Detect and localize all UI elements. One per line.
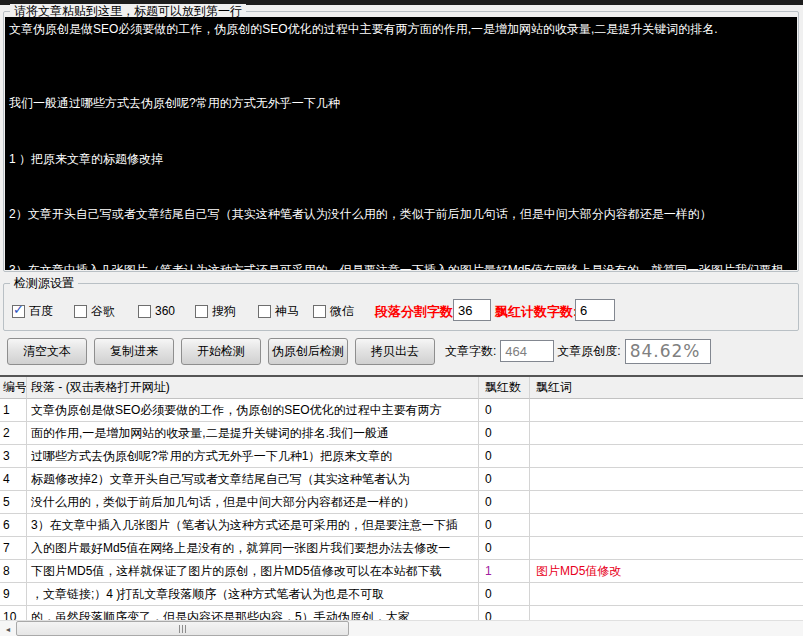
paragraph-cell: 文章伪原创是做SEO必须要做的工作，伪原创的SEO优化的过程中主要有两方: [27, 399, 479, 422]
checkbox-unchecked-icon[interactable]: [313, 305, 326, 318]
paragraph-cell: ，文章链接;）4 )打乱文章段落顺序（这种方式笔者认为也是不可取: [27, 583, 479, 606]
originality-label: 文章原创度:: [557, 343, 620, 360]
paragraph-cell: 3）在文章中插入几张图片（笔者认为这种方式还是可采用的，但是要注意一下插: [27, 514, 479, 537]
row-number-cell: 1: [0, 399, 27, 422]
red-word-cell: [530, 422, 803, 445]
paragraph-split-input[interactable]: [453, 299, 491, 321]
red-count-cell: 0: [479, 583, 530, 606]
source-checkbox-label: 谷歌: [91, 303, 115, 320]
scroll-left-button[interactable]: ◄: [0, 621, 16, 636]
red-word-cell: [530, 399, 803, 422]
word-count-field[interactable]: [500, 340, 554, 362]
source-checkbox-2[interactable]: 谷歌: [74, 303, 115, 319]
paragraph-cell: 面的作用,一是增加网站的收录量,二是提升关键词的排名.我们一般通: [27, 422, 479, 445]
scroll-left-icon: ◄: [5, 626, 12, 633]
row-number-cell: 7: [0, 537, 27, 560]
copy-out-button[interactable]: 拷贝出去: [355, 338, 435, 365]
word-count-label: 文章字数:: [445, 343, 496, 360]
horizontal-scrollbar[interactable]: ◄: [0, 620, 803, 636]
red-word-cell: [530, 491, 803, 514]
table-row[interactable]: 9，文章链接;）4 )打乱文章段落顺序（这种方式笔者认为也是不可取0: [0, 583, 803, 606]
table-row[interactable]: 3过哪些方式去伪原创呢?常用的方式无外乎一下几种1）把原来文章的0: [0, 445, 803, 468]
source-checkbox-label: 神马: [275, 303, 299, 320]
source-checkbox-6[interactable]: 微信: [313, 303, 354, 319]
row-number-cell: 6: [0, 514, 27, 537]
table-row[interactable]: 8下图片MD5值，这样就保证了图片的原创，图片MD5值修改可以在本站都下载1图片…: [0, 560, 803, 583]
row-number-cell: 2: [0, 422, 27, 445]
red-word-cell: 图片MD5值修改: [530, 560, 803, 583]
table-row[interactable]: 63）在文章中插入几张图片（笔者认为这种方式还是可采用的，但是要注意一下插0: [0, 514, 803, 537]
source-checkbox-5[interactable]: 神马: [258, 303, 299, 319]
table-row[interactable]: 2面的作用,一是增加网站的收录量,二是提升关键词的排名.我们一般通0: [0, 422, 803, 445]
red-count-label: 飘红计数字数:: [495, 303, 577, 321]
paragraph-split-label: 段落分割字数:: [375, 303, 457, 321]
paragraph-cell: 过哪些方式去伪原创呢?常用的方式无外乎一下几种1）把原来文章的: [27, 445, 479, 468]
paste-group-label: 请将文章粘贴到这里，标题可以放到第一行: [10, 4, 246, 18]
source-checkbox-label: 360: [155, 304, 175, 318]
red-count-cell: 0: [479, 399, 530, 422]
column-header-1[interactable]: 编号: [0, 377, 27, 399]
checkbox-checked-icon[interactable]: ✓: [12, 305, 25, 318]
copy-in-button[interactable]: 复制进来: [94, 338, 174, 365]
row-number-cell: 5: [0, 491, 27, 514]
paragraph-cell: 入的图片最好Md5值在网络上是没有的，就算同一张图片我们要想办法去修改一: [27, 537, 479, 560]
settings-group-label: 检测源设置: [10, 276, 78, 290]
paste-group: 请将文章粘贴到这里，标题可以放到第一行 文章伪原创是做SEO必须要做的工作，伪原…: [3, 11, 799, 272]
red-count-cell: 0: [479, 468, 530, 491]
red-word-cell: [530, 468, 803, 491]
source-checkbox-1[interactable]: ✓百度: [12, 303, 53, 319]
red-count-input[interactable]: [575, 299, 615, 321]
scrollbar-grip-icon: [179, 625, 187, 633]
paragraph-cell: 标题修改掉2）文章开头自己写或者文章结尾自己写（其实这种笔者认为: [27, 468, 479, 491]
settings-group: 检测源设置 ✓百度谷歌360搜狗神马微信 段落分割字数: 飘红计数字数:: [3, 283, 799, 331]
row-number-cell: 8: [0, 560, 27, 583]
checkbox-unchecked-icon[interactable]: [258, 305, 271, 318]
check-icon: ✓: [13, 302, 24, 317]
scrollbar-thumb[interactable]: [16, 621, 349, 636]
source-checkbox-4[interactable]: 搜狗: [195, 303, 236, 319]
red-count-cell: 0: [479, 422, 530, 445]
red-count-cell: 1: [479, 560, 530, 583]
table-row[interactable]: 5没什么用的，类似于前后加几句话，但是中间大部分内容都还是一样的）0: [0, 491, 803, 514]
row-number-cell: 9: [0, 583, 27, 606]
table-header-row: 编号段落 - (双击表格打开网址)飘红数飘红词: [0, 377, 803, 399]
article-textarea[interactable]: 文章伪原创是做SEO必须要做的工作，伪原创的SEO优化的过程中主要有两方面的作用…: [5, 17, 797, 270]
checkbox-unchecked-icon[interactable]: [195, 305, 208, 318]
table-row[interactable]: 4标题修改掉2）文章开头自己写或者文章结尾自己写（其实这种笔者认为0: [0, 468, 803, 491]
paragraph-cell: 没什么用的，类似于前后加几句话，但是中间大部分内容都还是一样的）: [27, 491, 479, 514]
start-check-button[interactable]: 开始检测: [181, 338, 261, 365]
red-count-cell: 0: [479, 491, 530, 514]
column-header-2[interactable]: 段落 - (双击表格打开网址): [27, 377, 479, 399]
checkbox-unchecked-icon[interactable]: [74, 305, 87, 318]
checkbox-unchecked-icon[interactable]: [138, 305, 151, 318]
source-checkbox-label: 微信: [330, 303, 354, 320]
red-count-cell: 0: [479, 537, 530, 560]
recheck-after-rewrite-button[interactable]: 伪原创后检测: [268, 338, 348, 365]
red-word-cell: [530, 583, 803, 606]
row-number-cell: 4: [0, 468, 27, 491]
table-row[interactable]: 7入的图片最好Md5值在网络上是没有的，就算同一张图片我们要想办法去修改一0: [0, 537, 803, 560]
column-header-4[interactable]: 飘红词: [530, 377, 803, 399]
results-table: 编号段落 - (双击表格打开网址)飘红数飘红词 1文章伪原创是做SEO必须要做的…: [0, 375, 803, 636]
source-checkbox-3[interactable]: 360: [138, 303, 175, 319]
clear-text-button[interactable]: 清空文本: [7, 338, 87, 365]
red-count-cell: 0: [479, 514, 530, 537]
paragraph-cell: 下图片MD5值，这样就保证了图片的原创，图片MD5值修改可以在本站都下载: [27, 560, 479, 583]
originality-value-box: 84.62%: [625, 339, 711, 364]
table-row[interactable]: 1文章伪原创是做SEO必须要做的工作，伪原创的SEO优化的过程中主要有两方0: [0, 399, 803, 422]
red-word-cell: [530, 514, 803, 537]
toolbar: 清空文本 复制进来 开始检测 伪原创后检测 拷贝出去 文章字数: 文章原创度: …: [7, 337, 803, 365]
source-checkbox-label: 搜狗: [212, 303, 236, 320]
column-header-3[interactable]: 飘红数: [479, 377, 530, 399]
red-word-cell: [530, 445, 803, 468]
source-checkbox-label: 百度: [29, 303, 53, 320]
red-count-cell: 0: [479, 445, 530, 468]
row-number-cell: 3: [0, 445, 27, 468]
red-word-cell: [530, 537, 803, 560]
